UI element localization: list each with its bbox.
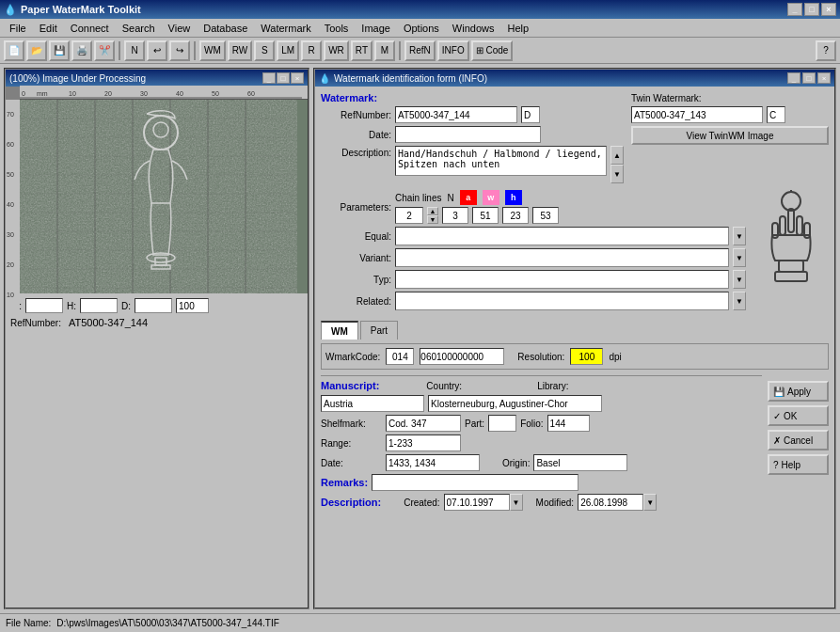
toolbar-wm[interactable]: WM bbox=[199, 40, 226, 61]
wm-form-maximize[interactable]: □ bbox=[802, 72, 816, 84]
toolbar-open[interactable]: 📂 bbox=[26, 40, 47, 61]
toolbar-info[interactable]: INFO bbox=[437, 40, 469, 61]
param4-input[interactable] bbox=[502, 207, 529, 224]
toolbar-help[interactable]: ? bbox=[816, 40, 836, 61]
variant-field[interactable] bbox=[395, 248, 729, 267]
menu-edit[interactable]: Edit bbox=[34, 21, 63, 36]
wm-form-minimize[interactable]: _ bbox=[787, 72, 800, 84]
apply-button[interactable]: 💾 Apply bbox=[768, 381, 829, 402]
toolbar-n[interactable]: N bbox=[124, 40, 145, 61]
description2-label: Description: bbox=[321, 497, 381, 508]
created-dropdown-arrow[interactable]: ▼ bbox=[510, 494, 523, 511]
image-close-btn[interactable]: × bbox=[291, 72, 304, 84]
toolbar-refn[interactable]: RefN bbox=[404, 40, 436, 61]
zoom-input[interactable] bbox=[176, 298, 209, 313]
menu-database[interactable]: Database bbox=[198, 21, 253, 36]
date2-input[interactable] bbox=[386, 454, 480, 471]
wmarkcode-input2[interactable] bbox=[420, 348, 504, 365]
toolbar-back[interactable]: ↩ bbox=[147, 40, 167, 61]
resolution-input[interactable] bbox=[570, 348, 603, 365]
desc-scroll-up[interactable]: ▲ bbox=[610, 146, 624, 165]
desc-label: Description: bbox=[321, 146, 391, 158]
param1-up[interactable]: ▲ bbox=[427, 207, 438, 215]
range-input[interactable] bbox=[386, 434, 461, 451]
equal-field[interactable] bbox=[395, 227, 729, 245]
toolbar-wr[interactable]: WR bbox=[324, 40, 349, 61]
cancel-button[interactable]: ✗ Cancel bbox=[768, 430, 829, 450]
menu-tools[interactable]: Tools bbox=[319, 21, 355, 36]
menu-search[interactable]: Search bbox=[117, 21, 161, 36]
help-button[interactable]: ? Help bbox=[768, 454, 829, 475]
close-btn[interactable]: × bbox=[821, 3, 836, 16]
h-input[interactable] bbox=[80, 298, 118, 313]
toolbar-cut[interactable]: ✂️ bbox=[94, 40, 115, 61]
menu-options[interactable]: Options bbox=[398, 21, 445, 36]
equal-scroll[interactable]: ▼ bbox=[733, 227, 746, 245]
d-input[interactable] bbox=[135, 298, 172, 313]
param5-input[interactable] bbox=[532, 207, 559, 224]
toolbar-new[interactable]: 📄 bbox=[4, 40, 24, 61]
refnumber-suffix-input[interactable] bbox=[521, 106, 540, 123]
param3-input[interactable] bbox=[472, 207, 499, 224]
toolbar-fwd[interactable]: ↪ bbox=[169, 40, 190, 61]
menu-file[interactable]: File bbox=[4, 21, 32, 36]
toolbar-code[interactable]: ⊞ Code bbox=[471, 40, 514, 61]
w-input[interactable] bbox=[25, 298, 63, 313]
menu-windows[interactable]: Windows bbox=[447, 21, 500, 36]
toolbar-save[interactable]: 💾 bbox=[49, 40, 70, 61]
svg-text:10: 10 bbox=[69, 90, 76, 97]
wm-form-close[interactable]: × bbox=[817, 72, 831, 84]
toolbar-r[interactable]: R bbox=[301, 40, 322, 61]
toolbar-print[interactable]: 🖨️ bbox=[71, 40, 92, 61]
toolbar-rt[interactable]: RT bbox=[351, 40, 372, 61]
refnumber-form-input[interactable] bbox=[395, 106, 517, 123]
typ-scroll[interactable]: ▼ bbox=[733, 270, 746, 289]
wmarkcode-input1[interactable] bbox=[386, 348, 414, 365]
image-maximize-btn[interactable]: □ bbox=[277, 72, 290, 84]
modified-input[interactable] bbox=[578, 494, 643, 511]
toolbar-rw[interactable]: RW bbox=[228, 40, 252, 61]
twin-suffix-input[interactable] bbox=[767, 106, 785, 123]
related-field[interactable] bbox=[395, 292, 729, 310]
folio-input[interactable] bbox=[547, 415, 590, 432]
toolbar-lm[interactable]: LM bbox=[277, 40, 299, 61]
param1-down[interactable]: ▼ bbox=[427, 215, 438, 224]
date-form-input[interactable] bbox=[395, 126, 541, 143]
maximize-btn[interactable]: □ bbox=[804, 3, 819, 16]
param1-input[interactable] bbox=[395, 207, 423, 224]
origin-input[interactable] bbox=[533, 454, 627, 471]
param2-input[interactable] bbox=[442, 207, 468, 224]
related-scroll[interactable]: ▼ bbox=[733, 292, 746, 310]
ok-button[interactable]: ✓ OK bbox=[768, 405, 829, 426]
menu-connect[interactable]: Connect bbox=[65, 21, 115, 36]
tab-part[interactable]: Part bbox=[360, 321, 398, 340]
library-input[interactable] bbox=[428, 395, 602, 412]
country-input[interactable] bbox=[321, 395, 424, 412]
typ-field[interactable] bbox=[395, 270, 729, 289]
view-twin-btn[interactable]: View TwinWM Image bbox=[631, 126, 829, 145]
created-label: Created: bbox=[404, 498, 439, 508]
modified-dropdown-arrow[interactable]: ▼ bbox=[643, 494, 657, 511]
image-minimize-btn[interactable]: _ bbox=[262, 72, 276, 84]
shelfmark-input[interactable] bbox=[386, 415, 461, 432]
toolbar-m[interactable]: M bbox=[374, 40, 395, 61]
menu-image[interactable]: Image bbox=[356, 21, 396, 36]
menu-watermark[interactable]: Watermark bbox=[255, 21, 316, 36]
status-bar: File Name: D:\pws\Images\AT\5000\03\347\… bbox=[0, 613, 840, 632]
svg-text:40: 40 bbox=[176, 90, 183, 97]
remarks-input[interactable] bbox=[372, 474, 578, 491]
menu-view[interactable]: View bbox=[163, 21, 197, 36]
twin-refnumber-input[interactable] bbox=[631, 106, 763, 123]
created-input[interactable] bbox=[444, 494, 510, 511]
toolbar-s[interactable]: S bbox=[254, 40, 275, 61]
variant-scroll[interactable]: ▼ bbox=[733, 248, 746, 267]
description-textarea[interactable]: Hand/Handschuh / Halbmond / liegend, Spi… bbox=[395, 146, 607, 176]
minimize-btn[interactable]: _ bbox=[787, 3, 802, 16]
desc-scroll-down[interactable]: ▼ bbox=[610, 165, 624, 183]
chain-n-label: N bbox=[447, 193, 453, 203]
part-input[interactable] bbox=[488, 415, 516, 432]
tab-wm[interactable]: WM bbox=[321, 321, 358, 340]
menu-help[interactable]: Help bbox=[501, 21, 534, 36]
dpi-label: dpi bbox=[609, 352, 621, 362]
param1-spinner[interactable]: ▲ ▼ bbox=[427, 207, 438, 224]
